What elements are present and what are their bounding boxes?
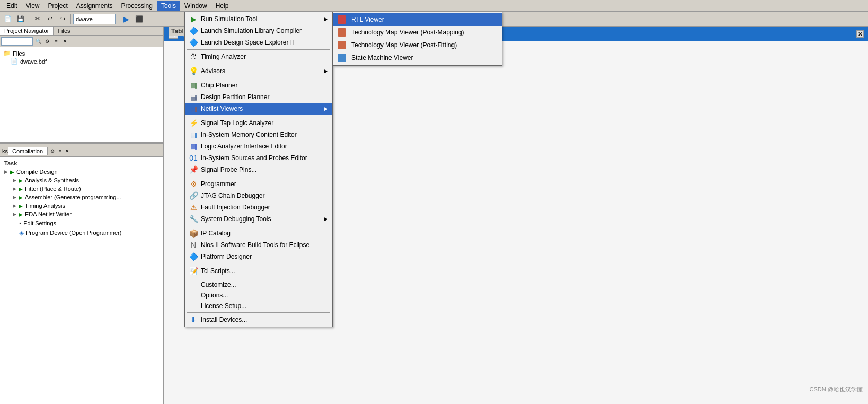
advisors-icon: 💡 — [189, 67, 198, 75]
file-icon: 📄 — [11, 58, 18, 65]
save-btn[interactable]: 💾 — [15, 13, 26, 25]
task-label: Fitter (Place & Route) — [25, 186, 81, 192]
new-btn[interactable]: 📄 — [2, 13, 14, 25]
cut-btn[interactable]: ✂ — [31, 13, 43, 25]
menu-item-label: Options... — [201, 292, 228, 299]
nav-files-label: 📁 Files — [2, 49, 161, 57]
menu-window[interactable]: Window — [180, 1, 211, 11]
task-analysis-synthesis[interactable]: ▶ ▶ Analysis & Synthesis — [2, 176, 161, 185]
task-eda[interactable]: ▶ ▶ EDA Netlist Writer — [2, 210, 161, 218]
play-icon[interactable]: ▶ — [19, 212, 23, 217]
menu-programmer[interactable]: ⚙ Programmer — [185, 178, 332, 190]
comp-tab[interactable]: Compilation — [8, 147, 48, 155]
menu-signal-tap[interactable]: ⚡ Signal Tap Logic Analyzer — [185, 117, 332, 129]
task-assembler[interactable]: ▶ ▶ Assembler (Generate programming... — [2, 193, 161, 201]
netlist-icon: ▦ — [189, 104, 198, 113]
menu-mem-editor[interactable]: ▦ In-System Memory Content Editor — [185, 129, 332, 140]
jtag-icon: 🔗 — [189, 191, 198, 200]
comp-list-btn[interactable]: ≡ — [56, 147, 64, 155]
sources-icon: 01 — [189, 154, 198, 162]
nav-list-btn[interactable]: ≡ — [52, 37, 60, 46]
menu-launch-dse[interactable]: 🔷 Launch Design Space Explorer II — [185, 37, 332, 48]
netlist-techmap-post-fitting[interactable]: Technology Map Viewer (Post-Fitting) — [333, 39, 502, 51]
tab-project-navigator[interactable]: Project Navigator — [0, 27, 54, 35]
expand-icon: ▶ — [4, 169, 8, 174]
task-fitter[interactable]: ▶ ▶ Fitter (Place & Route) — [2, 185, 161, 193]
menu-license[interactable]: License Setup... — [185, 301, 332, 311]
redo-btn[interactable]: ↪ — [57, 13, 68, 25]
menu-logic-analyzer[interactable]: ▦ Logic Analyzer Interface Editor — [185, 140, 332, 152]
play-icon[interactable]: ▶ — [19, 186, 23, 192]
menu-view[interactable]: View — [22, 1, 44, 11]
menu-fault[interactable]: ⚠ Fault Injection Debugger — [185, 201, 332, 213]
menu-tcl[interactable]: 📝 Tcl Scripts... — [185, 265, 332, 277]
search-input[interactable] — [1, 37, 33, 46]
menu-options[interactable]: Options... — [185, 290, 332, 301]
menu-run-sim[interactable]: ▶ Run Simulation Tool ▶ — [185, 13, 332, 25]
task-label: Assembler (Generate programming... — [25, 194, 121, 200]
menu-item-label: JTAG Chain Debugger — [201, 192, 265, 199]
report-close-btn[interactable]: ✕ — [856, 30, 864, 38]
menu-assignments[interactable]: Assignments — [72, 1, 117, 11]
menu-design-partition[interactable]: ▦ Design Partition Planner — [185, 91, 332, 103]
main-layout: Project Navigator Files 🔍 ⚙ ≡ ✕ 📁 Files … — [0, 27, 868, 404]
search-btn[interactable]: 🔍 — [34, 37, 42, 46]
task-edit-settings[interactable]: ▪ Edit Settings — [2, 218, 161, 228]
stop-btn[interactable]: ⬛ — [133, 13, 145, 25]
left-panel: Project Navigator Files 🔍 ⚙ ≡ ✕ 📁 Files … — [0, 27, 164, 404]
folder-icon: 📁 — [3, 50, 11, 57]
play-icon[interactable]: ▶ — [19, 178, 23, 183]
menu-advisors[interactable]: 💡 Advisors ▶ — [185, 65, 332, 77]
netlist-techmap-post-mapping[interactable]: Technology Map Viewer (Post-Mapping) — [333, 26, 502, 39]
fault-icon: ⚠ — [189, 203, 198, 212]
menu-install-devices[interactable]: ⬇ Install Devices... — [185, 314, 332, 326]
menu-ip-catalog[interactable]: 📦 IP Catalog — [185, 227, 332, 239]
menu-signal-probe[interactable]: 📌 Signal Probe Pins... — [185, 164, 332, 175]
menu-item-label: Run Simulation Tool — [201, 15, 258, 23]
menu-help[interactable]: Help — [211, 1, 233, 11]
netlist-submenu: RTL Viewer Technology Map Viewer (Post-M… — [333, 12, 502, 66]
menu-item-label: Nios II Software Build Tools for Eclipse — [201, 241, 309, 249]
menu-edit[interactable]: Edit — [2, 1, 22, 11]
comp-close-btn[interactable]: ✕ — [64, 147, 71, 155]
undo-btn[interactable]: ↩ — [44, 13, 56, 25]
task-timing[interactable]: ▶ ▶ Timing Analysis — [2, 201, 161, 210]
platform-icon: 🔷 — [189, 252, 198, 261]
menu-nios[interactable]: N Nios II Software Build Tools for Eclip… — [185, 239, 332, 251]
nav-settings-btn[interactable]: ⚙ — [43, 37, 51, 46]
menu-item-label: Install Devices... — [201, 316, 247, 323]
probe-icon: 📌 — [189, 165, 198, 174]
compilation-panel: ks Compilation ⚙ ≡ ✕ Task ▶ ▶ Compile De… — [0, 145, 163, 404]
task-compile-design[interactable]: ▶ ▶ Compile Design — [2, 168, 161, 176]
compile-btn[interactable]: ▶ — [120, 13, 132, 25]
netlist-rtl-viewer[interactable]: RTL Viewer — [333, 13, 502, 26]
nav-close-btn[interactable]: ✕ — [61, 37, 69, 46]
netlist-state-machine[interactable]: State Machine Viewer — [333, 51, 502, 64]
play-icon[interactable]: ▶ — [19, 195, 23, 200]
menu-chip-planner[interactable]: ▦ Chip Planner — [185, 80, 332, 91]
menu-project[interactable]: Project — [43, 1, 72, 11]
menu-platform[interactable]: 🔷 Platform Designer — [185, 251, 332, 262]
menu-netlist-viewers[interactable]: ▦ Netlist Viewers ▶ — [185, 103, 332, 115]
comp-settings-btn[interactable]: ⚙ — [49, 147, 56, 155]
menu-sysdbg[interactable]: 🔧 System Debugging Tools ▶ — [185, 213, 332, 225]
chip-icon: ▦ — [189, 81, 198, 90]
menu-customize[interactable]: Customize... — [185, 279, 332, 290]
menu-timing-analyzer[interactable]: ⏱ Timing Analyzer — [185, 51, 332, 63]
task-label: Edit Settings — [23, 220, 56, 226]
mem-icon: ▦ — [189, 130, 198, 139]
play-icon[interactable]: ▶ — [10, 169, 14, 175]
project-name-input[interactable] — [73, 14, 116, 24]
menu-jtag[interactable]: 🔗 JTAG Chain Debugger — [185, 190, 332, 201]
task-program-device[interactable]: ◈ Program Device (Open Programmer) — [2, 228, 161, 238]
menu-sources-editor[interactable]: 01 In-System Sources and Probes Editor — [185, 152, 332, 164]
netlist-item-label: RTL Viewer — [351, 16, 384, 23]
nav-file-item[interactable]: 📄 dwave.bdf — [2, 57, 161, 65]
menu-processing[interactable]: Processing — [117, 1, 157, 11]
menu-tools[interactable]: Tools — [157, 1, 180, 11]
sep3 — [118, 14, 118, 24]
play-icon[interactable]: ▶ — [19, 203, 23, 209]
partition-icon: ▦ — [189, 93, 198, 101]
tab-files[interactable]: Files — [54, 27, 75, 35]
menu-launch-sim-lib[interactable]: 🔷 Launch Simulation Library Compiler — [185, 25, 332, 37]
